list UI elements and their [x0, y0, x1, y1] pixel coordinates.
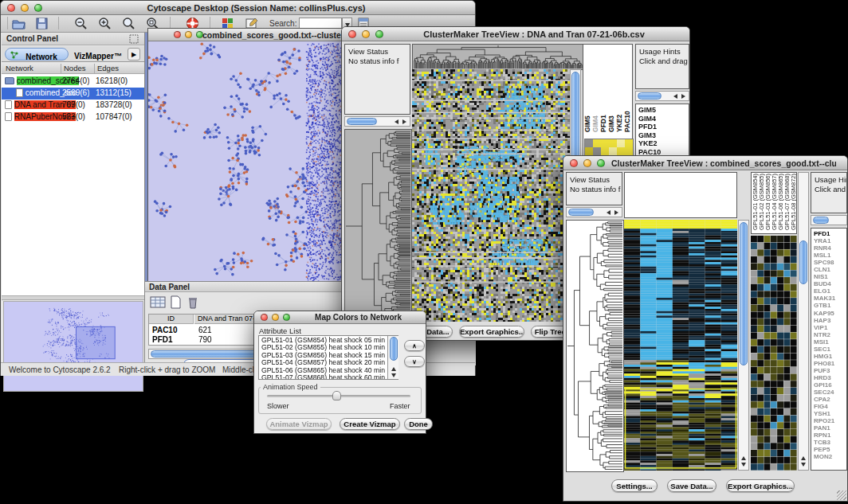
minimize-button[interactable]: [21, 4, 29, 12]
treeview-combined-window[interactable]: ClusterMaker TreeView : combined_scores_…: [563, 155, 848, 502]
tv2-gene-label[interactable]: SEC24: [811, 389, 846, 396]
tv1-title-bar[interactable]: ClusterMaker TreeView : DNA and Tran 07-…: [342, 27, 689, 41]
close-button[interactable]: [7, 4, 15, 12]
tv2-gene-label[interactable]: CPA2: [811, 396, 846, 403]
close-button[interactable]: [174, 31, 181, 38]
tv2-gene-label[interactable]: NTR2: [811, 331, 846, 338]
tv2-gene-label[interactable]: YRA1: [811, 237, 846, 244]
tv2-gene-label[interactable]: MAK31: [811, 295, 846, 302]
tv1-array-dendrogram[interactable]: [412, 44, 584, 70]
animate-vizmap-button[interactable]: Animate Vizmap: [266, 418, 332, 430]
tv2-gene-label[interactable]: RNR4: [811, 244, 846, 252]
zoom-in-icon[interactable]: [98, 17, 112, 30]
tv2-gene-label[interactable]: MSL1: [811, 252, 846, 259]
tv1-global-heatmap[interactable]: [412, 69, 570, 322]
tv2-gene-label[interactable]: KAP95: [811, 310, 846, 317]
network-graph-canvas[interactable]: [148, 41, 355, 287]
tv2-usage-hscrollbar[interactable]: [811, 215, 847, 225]
tv2-gene-label[interactable]: RPO21: [811, 417, 846, 424]
tv2-zoom-heatmap[interactable]: [751, 236, 797, 471]
tv2-settings-button[interactable]: Settings...: [611, 479, 658, 492]
zoom-button[interactable]: [597, 159, 605, 167]
minimize-button[interactable]: [362, 30, 370, 38]
tv2-gene-label[interactable]: MON2: [811, 453, 846, 460]
tv2-gene-label[interactable]: ELG1: [811, 287, 846, 295]
tv2-gene-label[interactable]: HAP3: [811, 317, 846, 324]
map-colors-dialog[interactable]: Map Colors to Network Attribute List GPL…: [253, 311, 426, 434]
overview-splitter[interactable]: [2, 295, 144, 300]
tv2-title-bar[interactable]: ClusterMaker TreeView : combined_scores_…: [563, 156, 847, 170]
dialog-title-bar[interactable]: Map Colors to Network: [254, 311, 426, 324]
tv2-gene-label[interactable]: HMG1: [811, 353, 846, 360]
tv2-gene-label[interactable]: PAN1: [811, 424, 846, 432]
tab-network[interactable]: Network: [5, 48, 69, 61]
tab-overflow-button[interactable]: ▶: [128, 48, 140, 61]
zoom-button[interactable]: [375, 30, 383, 38]
close-button[interactable]: [570, 159, 578, 167]
minimize-button[interactable]: [583, 159, 591, 167]
tv2-gene-label[interactable]: CLN1: [811, 266, 846, 273]
tv2-gene-label[interactable]: PHO81: [811, 360, 846, 367]
tv1-gene-label[interactable]: PFD1: [636, 123, 689, 131]
tv1-export-graphics-button[interactable]: Export Graphics...: [459, 326, 524, 338]
main-title-bar[interactable]: Cytoscape Desktop (Session Name: collins…: [1, 1, 475, 15]
tv1-gene-label[interactable]: GIM3: [636, 131, 689, 140]
tv2-gene-label[interactable]: TCB3: [811, 439, 846, 446]
tv2-array-label[interactable]: GPL51-08 (GSM872): [791, 174, 797, 230]
move-down-button[interactable]: ∨: [404, 356, 425, 367]
tv2-gene-label[interactable]: GTB1: [811, 302, 846, 309]
minimize-button[interactable]: [272, 314, 279, 321]
tv1-array-label[interactable]: GIM5: [584, 46, 591, 132]
network-row-combined-scores[interactable]: combined_scores 2764(0) 16218(0): [2, 76, 144, 88]
zoom-out-icon[interactable]: [74, 17, 88, 30]
tv1-usage-hscrollbar[interactable]: [635, 91, 689, 101]
tv1-gene-dendrogram[interactable]: [344, 129, 412, 323]
move-up-button[interactable]: ∧: [404, 340, 425, 351]
network-row-combined-sco-selected[interactable]: combined_sco 2569(6) 13112(15): [2, 88, 144, 100]
tv1-array-label[interactable]: GIM3: [608, 46, 615, 132]
attribute-list[interactable]: GPL51-01 (GSM854) heat shock 05 minGPL51…: [258, 335, 398, 380]
tv2-gene-label[interactable]: YSH1: [811, 410, 846, 417]
delete-attribute-icon[interactable]: [186, 295, 199, 309]
tv2-gene-label[interactable]: FIG4: [811, 403, 846, 410]
zoom-button[interactable]: [34, 4, 42, 12]
tv2-gene-label[interactable]: VIP1: [811, 324, 846, 331]
tv2-gene-label[interactable]: SPC98: [811, 259, 846, 266]
tv1-gene-label[interactable]: YKE2: [636, 139, 689, 148]
tv2-gene-label[interactable]: NIS1: [811, 273, 846, 280]
tv2-global-heatmap[interactable]: [624, 220, 737, 471]
tv2-gene-label[interactable]: BUD4: [811, 280, 846, 287]
tv2-gene-label[interactable]: HRD3: [811, 374, 846, 381]
close-button[interactable]: [261, 314, 268, 321]
minimize-button[interactable]: [185, 31, 192, 38]
network-frame-title-bar[interactable]: combined_scores_good.txt--cluste...: [148, 29, 355, 41]
network-row-rnapubernov[interactable]: RNAPuberNov2+ 563(0) 107847(0): [2, 111, 144, 123]
attribute-grid-icon[interactable]: [150, 295, 166, 309]
tab-vizmapper[interactable]: VizMapper™: [70, 48, 126, 61]
tv2-export-graphics-button[interactable]: Export Graphics...: [726, 479, 795, 492]
tv2-heatmap-vscrollbar[interactable]: [738, 220, 749, 471]
network-row-dna-tran[interactable]: DNA and Tran 07 769(0) 183728(0): [2, 100, 144, 111]
float-panel-icon[interactable]: [129, 34, 139, 44]
close-button[interactable]: [348, 30, 356, 38]
speed-slider-thumb[interactable]: [332, 391, 341, 400]
tv2-gene-label[interactable]: PFD1: [811, 230, 846, 237]
tv2-gene-label[interactable]: PUF3: [811, 367, 846, 374]
done-button[interactable]: Done: [404, 418, 433, 430]
tv1-array-label[interactable]: YKE2: [616, 46, 623, 132]
attribute-list-vscrollbar[interactable]: [387, 336, 398, 379]
tv2-zoom-vscrollbar[interactable]: [798, 172, 809, 471]
open-folder-icon[interactable]: [12, 17, 26, 30]
save-icon[interactable]: [35, 17, 49, 30]
resize-grip[interactable]: [837, 490, 846, 500]
tv2-gene-label[interactable]: PEP5: [811, 446, 846, 453]
new-attribute-icon[interactable]: [169, 295, 182, 309]
tv2-status-hscrollbar[interactable]: [566, 207, 622, 217]
tv1-array-label[interactable]: PFD1: [600, 46, 607, 132]
tv1-array-label[interactable]: GIM4: [592, 46, 599, 132]
tv2-gene-label[interactable]: MSI1: [811, 338, 846, 346]
tv2-gene-dendrogram[interactable]: [566, 220, 624, 472]
tv1-gene-label[interactable]: GIM4: [636, 115, 689, 123]
tv1-status-hscrollbar[interactable]: [344, 116, 410, 127]
create-vizmap-button[interactable]: Create Vizmap: [340, 418, 400, 430]
